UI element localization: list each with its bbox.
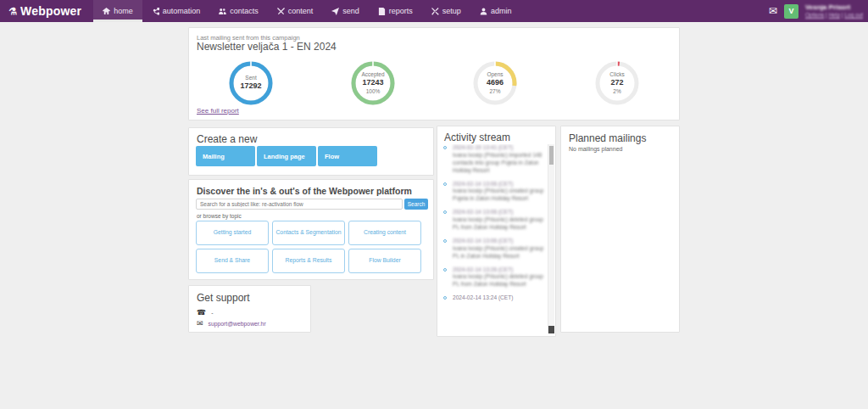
campaign-panel: Last mailing sent from this campaign New… (188, 27, 680, 120)
discover-title: Discover the in's & out's of the Webpowe… (197, 186, 412, 196)
metric-label: Clicks (609, 71, 624, 78)
donut-accepted: Accepted17243100% (349, 59, 397, 107)
create-new-title: Create a new (197, 133, 257, 145)
activity-text: Ivana Ivosip (Prisonic) deleted group PL… (453, 273, 545, 289)
create-landing-page-button[interactable]: Landing page (257, 146, 316, 166)
nav-item-send[interactable]: send (322, 0, 369, 22)
topic-creating-content-button[interactable]: Creating content (348, 221, 421, 245)
support-phone: - (211, 310, 213, 316)
activity-date: 2024-02-14 13:06 (CET) (453, 238, 545, 245)
activity-date: 2024-02-14 13:06 (CET) (453, 181, 545, 188)
nav-item-label: admin (491, 7, 512, 15)
user-links[interactable]: Options | Help | Log out (805, 12, 863, 19)
support-title: Get support (197, 292, 250, 304)
topic-getting-started-button[interactable]: Getting started (196, 221, 269, 245)
activity-bullet-icon (443, 296, 447, 300)
nav-item-label: reports (389, 7, 413, 15)
nav-item-label: content (288, 7, 314, 15)
activity-date: 2024-02-14 13:26 (CET) (453, 266, 545, 274)
activity-bullet-icon (443, 268, 447, 272)
activity-text: Ivana Ivosip (Prisonic) created group PL… (453, 245, 545, 261)
nav-item-reports[interactable]: reports (369, 0, 422, 22)
topic-contacts-segmentation-button[interactable]: Contacts & Segmentation (272, 221, 345, 245)
avatar[interactable]: V (784, 4, 798, 19)
activity-date: 2024-02-14 13:06 (CET) (453, 209, 545, 216)
metric-label: Opens (487, 71, 503, 78)
support-panel: Get support ☎ - ✉ support@webpower.hr (188, 285, 311, 333)
activity-entry: 2024-02-14 13:24 (CET) (437, 294, 547, 308)
discover-search-row: Search (196, 199, 428, 210)
activity-stream-panel: Activity stream 2024-02-19 13:41 (CET)Iv… (437, 126, 556, 337)
scrollbar-thumb[interactable] (549, 146, 554, 165)
metric-value: 272 (610, 78, 623, 87)
topic-reports-results-button[interactable]: Reports & Results (272, 249, 345, 273)
brand-logo[interactable]: ⚗ Webpower (0, 4, 93, 18)
metric-value: 4696 (487, 78, 504, 87)
donut-text: Clicks2722% (593, 59, 641, 107)
donut-opens: Opens469627% (471, 59, 519, 107)
campaign-title: Newsletter veljača 1 - EN 2024 (197, 41, 337, 53)
user-link-log-out[interactable]: Log out (844, 12, 863, 18)
search-button[interactable]: Search (404, 199, 428, 210)
user-box: Vesnja Prisort Options | Help | Log out (805, 3, 863, 18)
planned-title: Planned mailings (569, 132, 646, 144)
nav-item-home[interactable]: home (93, 0, 142, 22)
campaign-metrics: Sent17292Accepted17243100%Opens469627%Cl… (189, 59, 679, 107)
user-name: Vesnja Prisort (805, 3, 863, 12)
create-mailing-button[interactable]: Mailing (196, 146, 255, 166)
create-new-panel: Create a new MailingLanding pageFlow (188, 127, 434, 176)
discover-panel: Discover the in's & out's of the Webpowe… (188, 179, 434, 280)
activity-date: 2024-02-14 13:24 (CET) (453, 294, 545, 302)
nav-item-content[interactable]: content (268, 0, 323, 22)
browse-by-topic-label: or browse by topic (197, 213, 242, 219)
home-icon (103, 8, 110, 15)
activity-text: Ivana Ivosip (Prisonic) created group Po… (453, 188, 545, 203)
support-phone-row: ☎ - (197, 308, 214, 317)
activity-entry: 2024-02-14 13:06 (CET)Ivana Ivosip (Pris… (437, 209, 547, 238)
metric-label: Sent (245, 75, 256, 81)
nav-item-admin[interactable]: admin (470, 0, 521, 22)
topic-grid: Getting startedContacts & SegmentationCr… (196, 221, 428, 273)
create-new-buttons: MailingLanding pageFlow (196, 146, 377, 166)
nav-menu: homeautomationcontactscontentsendreports… (93, 0, 520, 22)
metric-label: Accepted (361, 71, 384, 78)
donut-text: Accepted17243100% (349, 59, 397, 107)
search-input[interactable] (196, 199, 403, 210)
scrollbar-down-button[interactable] (548, 326, 554, 333)
nav-item-label: send (342, 7, 359, 15)
support-email-link[interactable]: support@webpower.hr (209, 321, 266, 327)
create-flow-button[interactable]: Flow (318, 146, 377, 166)
metric-value: 17292 (240, 81, 261, 91)
reports-icon (378, 8, 386, 15)
nav-item-label: automation (163, 7, 201, 15)
activity-entry: 2024-02-14 13:06 (CET)Ivana Ivosip (Pris… (437, 181, 547, 210)
activity-entry: 2024-02-14 13:06 (CET)Ivana Ivosip (Pris… (437, 238, 547, 266)
metric-value: 17243 (362, 78, 383, 87)
nav-item-automation[interactable]: automation (142, 0, 210, 22)
see-full-report-link[interactable]: See full report (197, 107, 239, 115)
activity-title: Activity stream (444, 132, 510, 143)
messages-envelope-icon[interactable]: ✉ (769, 6, 777, 16)
planned-mailings-panel: Planned mailings No mailings planned (560, 126, 680, 333)
content-icon (277, 8, 285, 15)
user-link-help[interactable]: Help (829, 12, 840, 18)
user-link-options[interactable]: Options (805, 12, 824, 18)
automation-icon (152, 8, 159, 15)
donut-text: Sent17292 (227, 59, 275, 107)
activity-scrollbar[interactable] (548, 144, 554, 333)
topic-flow-builder-button[interactable]: Flow Builder (348, 249, 421, 273)
contacts-icon (219, 8, 226, 15)
support-email-row: ✉ support@webpower.hr (197, 319, 266, 328)
nav-item-setup[interactable]: setup (422, 0, 470, 22)
nav-item-label: contacts (230, 7, 259, 15)
activity-bullet-icon (443, 146, 447, 149)
activity-entry: 2024-02-19 13:41 (CET)Ivana Ivosip (Pris… (437, 144, 547, 181)
topic-send-share-button[interactable]: Send & Share (196, 249, 269, 273)
activity-text: Ivana Ivosip (Prisonic) imported 148 con… (453, 152, 545, 175)
webpower-crest-icon: ⚗ (8, 7, 17, 16)
activity-bullet-icon (443, 210, 447, 214)
nav-item-contacts[interactable]: contacts (209, 0, 268, 22)
admin-icon (480, 8, 487, 15)
activity-text: Ivana Ivosip (Prisonic) deleted group PL… (453, 216, 545, 232)
envelope-icon: ✉ (197, 319, 203, 328)
